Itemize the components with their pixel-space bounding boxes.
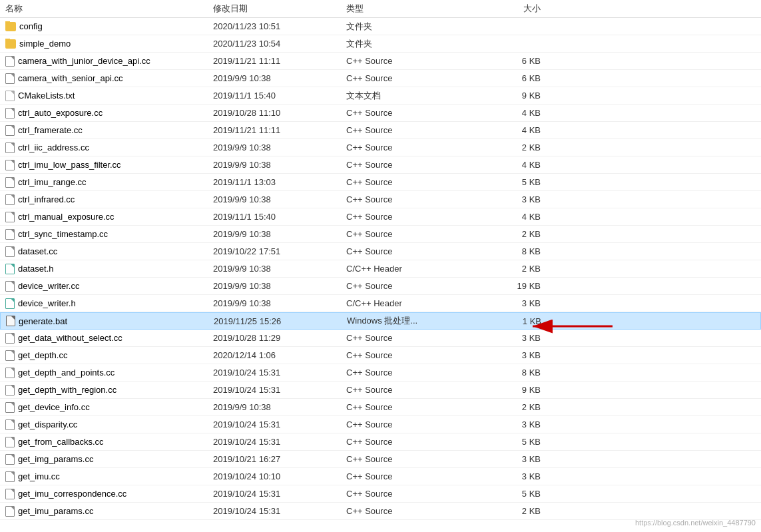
header-icon (5, 298, 15, 309)
cpp-icon (5, 108, 15, 119)
list-item[interactable]: generate.bat2019/11/25 15:26Windows 批处理.… (0, 312, 761, 330)
list-item[interactable]: camera_with_senior_api.cc2019/9/9 10:38C… (0, 70, 761, 87)
list-item[interactable]: get_imu.cc2019/10/24 10:10C++ Source3 KB (0, 468, 761, 485)
header-size: 大小 (479, 3, 546, 15)
cpp-icon (5, 177, 15, 188)
file-name: config (19, 21, 43, 31)
column-headers: 名称 修改日期 类型 大小 (0, 0, 761, 18)
cpp-icon (5, 281, 15, 292)
cpp-icon (5, 454, 15, 465)
list-item[interactable]: get_from_callbacks.cc2019/10/24 15:31C++… (0, 433, 761, 451)
file-type: C++ Source (346, 212, 479, 222)
file-type: C++ Source (346, 56, 479, 66)
file-name: get_disparity.cc (18, 419, 77, 429)
file-date: 2019/9/9 10:38 (213, 298, 346, 308)
file-type: 文本文档 (346, 90, 479, 102)
file-name: camera_with_senior_api.cc (18, 73, 123, 83)
file-size: 4 KB (479, 160, 546, 170)
list-item[interactable]: get_depth_with_region.cc2019/10/24 15:31… (0, 382, 761, 399)
file-rows-container: config2020/11/23 10:51文件夹simple_demo2020… (0, 18, 761, 520)
header-type: 类型 (346, 3, 479, 15)
cpp-icon (5, 125, 15, 136)
file-size: 2 KB (479, 142, 546, 152)
header-icon (5, 264, 15, 274)
cpp-icon (5, 246, 15, 257)
file-type: C++ Source (346, 402, 479, 412)
file-size: 4 KB (479, 108, 546, 118)
list-item[interactable]: ctrl_infrared.cc2019/9/9 10:38C++ Source… (0, 191, 761, 208)
file-type: C/C++ Header (346, 298, 479, 308)
file-type: C++ Source (346, 419, 479, 429)
folder-icon (5, 39, 16, 49)
list-item[interactable]: get_img_params.cc2019/10/21 16:27C++ Sou… (0, 451, 761, 468)
list-item[interactable]: get_depth.cc2020/12/14 1:06C++ Source3 K… (0, 347, 761, 364)
file-size: 4 KB (479, 125, 546, 135)
cpp-icon (5, 402, 15, 413)
file-type: C++ Source (346, 350, 479, 360)
file-date: 2020/11/23 10:51 (213, 21, 346, 31)
file-size: 1 KB (480, 316, 547, 326)
list-item[interactable]: ctrl_imu_low_pass_filter.cc2019/9/9 10:3… (0, 156, 761, 174)
file-name: ctrl_manual_exposure.cc (18, 212, 115, 222)
cpp-icon (5, 73, 15, 84)
bat-icon (6, 316, 15, 326)
file-date: 2019/10/28 11:10 (213, 108, 346, 118)
cpp-icon (5, 385, 15, 396)
list-item[interactable]: CMakeLists.txt2019/11/1 15:40文本文档9 KB (0, 87, 761, 105)
file-size: 3 KB (479, 454, 546, 464)
file-name: ctrl_sync_timestamp.cc (18, 229, 108, 239)
cpp-icon (5, 142, 15, 153)
file-date: 2019/9/9 10:38 (213, 142, 346, 152)
file-size: 3 KB (479, 350, 546, 360)
file-date: 2019/9/9 10:38 (213, 402, 346, 412)
file-date: 2019/10/28 11:29 (213, 333, 346, 343)
list-item[interactable]: device_writer.cc2019/9/9 10:38C++ Source… (0, 278, 761, 295)
cpp-icon (5, 229, 15, 240)
file-name: device_writer.cc (18, 281, 79, 291)
file-date: 2019/10/24 15:31 (213, 385, 346, 395)
file-name: dataset.cc (18, 246, 57, 256)
list-item[interactable]: ctrl_imu_range.cc2019/11/1 13:03C++ Sour… (0, 174, 761, 191)
list-item[interactable]: ctrl_sync_timestamp.cc2019/9/9 10:38C++ … (0, 226, 761, 243)
list-item[interactable]: get_device_info.cc2019/9/9 10:38C++ Sour… (0, 399, 761, 416)
list-item[interactable]: ctrl_iic_address.cc2019/9/9 10:38C++ Sou… (0, 139, 761, 156)
file-name: generate.bat (19, 316, 67, 326)
file-type: C++ Source (346, 368, 479, 378)
list-item[interactable]: get_imu_params.cc2019/10/24 15:31C++ Sou… (0, 503, 761, 520)
list-item[interactable]: dataset.cc2019/10/22 17:51C++ Source8 KB (0, 243, 761, 260)
list-item[interactable]: get_depth_and_points.cc2019/10/24 15:31C… (0, 364, 761, 382)
list-item[interactable]: camera_with_junior_device_api.cc2019/11/… (0, 53, 761, 70)
cpp-icon (5, 506, 15, 517)
file-date: 2019/11/1 15:40 (213, 212, 346, 222)
file-date: 2019/11/1 15:40 (213, 91, 346, 101)
list-item[interactable]: get_data_without_select.cc2019/10/28 11:… (0, 330, 761, 347)
file-type: C++ Source (346, 506, 479, 516)
cpp-icon (5, 471, 15, 482)
file-name: CMakeLists.txt (18, 91, 75, 101)
list-item[interactable]: get_imu_correspondence.cc2019/10/24 15:3… (0, 485, 761, 503)
file-date: 2019/10/24 15:31 (213, 506, 346, 516)
list-item[interactable]: config2020/11/23 10:51文件夹 (0, 18, 761, 35)
file-size: 5 KB (479, 177, 546, 187)
list-item[interactable]: ctrl_auto_exposure.cc2019/10/28 11:10C++… (0, 105, 761, 122)
file-date: 2019/11/1 13:03 (213, 177, 346, 187)
list-item[interactable]: ctrl_manual_exposure.cc2019/11/1 15:40C+… (0, 208, 761, 226)
file-type: C++ Source (346, 281, 479, 291)
file-type: C++ Source (346, 160, 479, 170)
list-item[interactable]: simple_demo2020/11/23 10:54文件夹 (0, 35, 761, 53)
file-name: camera_with_junior_device_api.cc (18, 56, 150, 66)
list-item[interactable]: dataset.h2019/9/9 10:38C/C++ Header2 KB (0, 260, 761, 278)
list-item[interactable]: get_disparity.cc2019/10/24 15:31C++ Sour… (0, 416, 761, 433)
watermark: https://blog.csdn.net/weixin_4487790 (635, 519, 756, 527)
list-item[interactable]: device_writer.h2019/9/9 10:38C/C++ Heade… (0, 295, 761, 312)
file-name: get_imu_params.cc (18, 506, 93, 516)
file-date: 2020/12/14 1:06 (213, 350, 346, 360)
file-date: 2019/11/25 15:26 (214, 316, 347, 326)
file-date: 2019/10/24 10:10 (213, 471, 346, 481)
file-explorer[interactable]: 名称 修改日期 类型 大小 config2020/11/23 10:51文件夹s… (0, 0, 761, 532)
file-size: 3 KB (479, 333, 546, 343)
file-size: 8 KB (479, 368, 546, 378)
file-size: 8 KB (479, 246, 546, 256)
list-item[interactable]: ctrl_framerate.cc2019/11/21 11:11C++ Sou… (0, 122, 761, 139)
file-size: 6 KB (479, 73, 546, 83)
